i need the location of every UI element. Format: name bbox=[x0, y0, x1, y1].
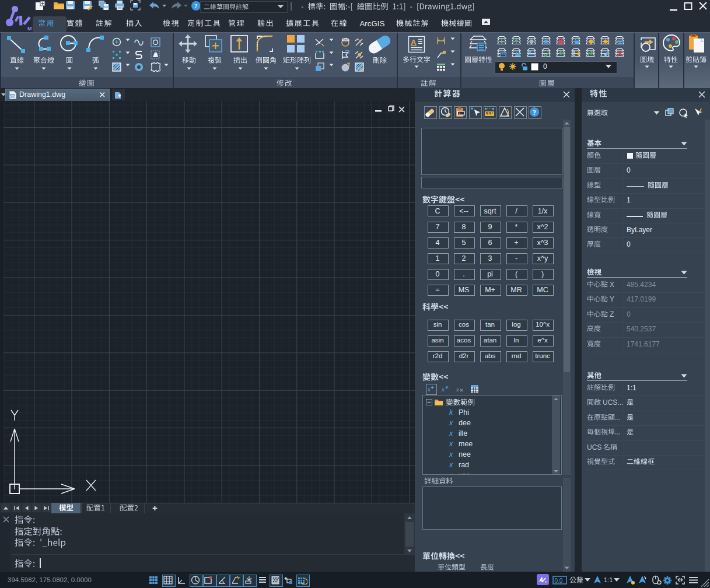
svg-text:?: ? bbox=[194, 2, 198, 9]
svg-text:x: x bbox=[441, 386, 445, 393]
svg-text:M: M bbox=[27, 26, 32, 32]
svg-text:?: ? bbox=[533, 108, 536, 117]
svg-text:>_: >_ bbox=[459, 112, 462, 115]
svg-text:x: x bbox=[427, 386, 431, 393]
svg-text:x: x bbox=[456, 386, 459, 393]
svg-text:0.0: 0.0 bbox=[555, 578, 563, 584]
svg-text:A: A bbox=[411, 38, 417, 47]
svg-text:DWG: DWG bbox=[9, 94, 16, 97]
